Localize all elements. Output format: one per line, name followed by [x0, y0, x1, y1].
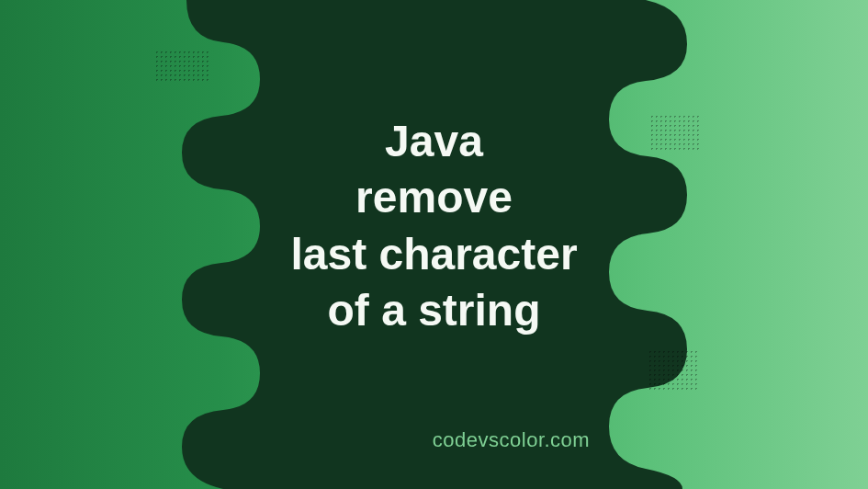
watermark-text: codevscolor.com — [433, 428, 590, 452]
decorative-dots-top-right — [649, 114, 699, 151]
decorative-dots-bottom-right — [648, 349, 699, 390]
title-line-4: of a string — [290, 283, 577, 339]
title-line-1: Java — [290, 113, 577, 169]
banner-title: Java remove last character of a string — [290, 113, 577, 339]
title-line-2: remove — [290, 170, 577, 226]
decorative-dots-top-left — [154, 50, 209, 83]
title-line-3: last character — [290, 226, 577, 282]
banner-container: Java remove last character of a string c… — [0, 0, 868, 489]
